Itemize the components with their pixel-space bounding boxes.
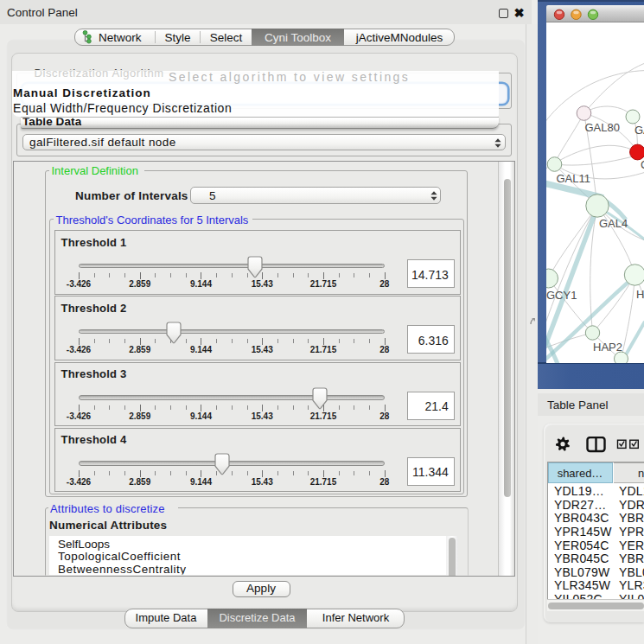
svg-text:H: H: [636, 288, 644, 301]
svg-text:GAL80: GAL80: [584, 121, 619, 134]
svg-text:GAL4: GAL4: [599, 217, 628, 230]
svg-text:GA: GA: [634, 124, 644, 137]
svg-text:GAL11: GAL11: [556, 172, 590, 185]
svg-text:HAP2: HAP2: [593, 341, 622, 354]
svg-text:GCY1: GCY1: [546, 289, 577, 302]
svg-text:C: C: [641, 158, 644, 171]
